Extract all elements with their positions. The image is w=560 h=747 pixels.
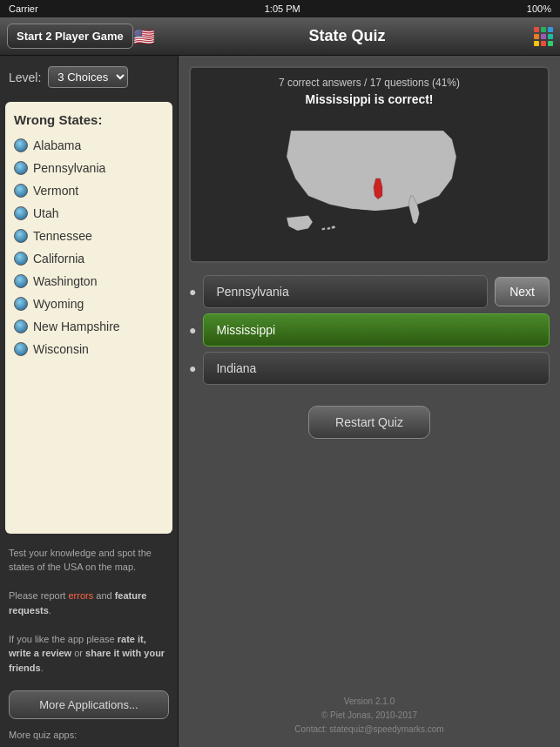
flag-icon: 🇺🇸: [133, 26, 155, 47]
correct-message: Mississippi is correct!: [199, 92, 539, 106]
wrong-states-title: Wrong States:: [5, 109, 172, 134]
choice-button-indiana[interactable]: Indiana: [203, 352, 550, 385]
info-p1: Test your knowledge and spot the states …: [9, 546, 169, 575]
wrong-state-item: Tennessee: [5, 225, 172, 247]
globe-icon: [14, 184, 28, 198]
globe-icon: [14, 206, 28, 220]
globe-icon: [14, 138, 28, 152]
globe-icon: [14, 297, 28, 311]
wrong-states-list: AlabamaPennsylvaniaVermontUtahTennesseeC…: [5, 134, 172, 360]
start-game-button[interactable]: Start 2 Player Game: [7, 24, 133, 49]
wrong-state-item: Utah: [5, 202, 172, 225]
left-panel: Level: 3 Choices 4 Choices 5 Choices Wro…: [0, 56, 179, 747]
globe-icon: [14, 252, 28, 266]
globe-icon: [14, 320, 28, 333]
globe-icon: [14, 342, 28, 356]
copyright-label: © Piet Jonas, 2010-2017: [294, 709, 443, 723]
more-apps-button[interactable]: More Applications...: [9, 690, 169, 719]
grid-cell-6: [534, 41, 539, 46]
app-header: Start 2 Player Game 🇺🇸 State Quiz: [0, 17, 560, 56]
carrier-label: Carrier: [9, 3, 38, 14]
wrong-state-label: Pennsylvania: [33, 161, 105, 175]
time-label: 1:05 PM: [265, 3, 300, 14]
version-label: Version 2.1.0: [294, 695, 443, 709]
next-button[interactable]: Next: [495, 277, 550, 306]
wrong-state-item: Wisconsin: [5, 338, 172, 360]
choice-button-pennsylvania[interactable]: Pennsylvania: [203, 275, 488, 308]
app-title: State Quiz: [160, 27, 534, 45]
wrong-state-label: Washington: [33, 274, 97, 288]
more-quiz-label: More quiz apps:: [0, 726, 178, 747]
globe-icon: [14, 161, 28, 175]
grid-cell-8: [548, 41, 553, 46]
choice-row-3: ● Indiana: [189, 352, 550, 385]
info-text: Test your knowledge and spot the states …: [0, 537, 178, 684]
wrong-state-item: New Hampshire: [5, 315, 172, 338]
wrong-state-label: New Hampshire: [33, 320, 120, 333]
right-panel: 7 correct answers / 17 questions (41%) M…: [179, 56, 560, 747]
choice-button-mississippi[interactable]: Mississippi: [203, 313, 550, 347]
choice-row-2: ● Mississippi: [189, 313, 550, 347]
wrong-state-label: California: [33, 252, 84, 266]
grid-cell-1: [541, 27, 546, 32]
version-info: Version 2.1.0 © Piet Jonas, 2010-2017 Co…: [294, 695, 443, 737]
errors-link[interactable]: errors: [68, 590, 93, 601]
grid-cell-5: [548, 34, 553, 39]
battery-label: 100%: [527, 3, 551, 14]
wrong-state-item: Alabama: [5, 134, 172, 157]
grid-cell-3: [534, 34, 539, 39]
choice-row-1: ● Pennsylvania Next: [189, 275, 550, 308]
grid-cell-0: [534, 27, 539, 32]
globe-icon: [14, 274, 28, 288]
info-p2: Please report errors and feature request…: [9, 589, 169, 617]
contact-label: Contact: statequiz@speedymarks.com: [294, 723, 443, 737]
wrong-states-section: Wrong States: AlabamaPennsylvaniaVermont…: [5, 102, 172, 534]
level-label: Level:: [9, 71, 41, 84]
wrong-state-label: Wyoming: [33, 297, 84, 311]
restart-button[interactable]: Restart Quiz: [308, 406, 430, 439]
usa-map-svg: [199, 113, 539, 244]
wrong-state-label: Utah: [33, 206, 59, 220]
bullet-2: ●: [189, 323, 196, 337]
wrong-state-item: Washington: [5, 270, 172, 293]
grid-cell-4: [541, 34, 546, 39]
level-control: Level: 3 Choices 4 Choices 5 Choices: [0, 56, 178, 98]
bullet-1: ●: [189, 285, 196, 299]
wrong-state-item: Wyoming: [5, 293, 172, 315]
bullet-3: ●: [189, 361, 196, 375]
map-stats: 7 correct answers / 17 questions (41%): [199, 77, 539, 89]
grid-cell-2: [548, 27, 553, 32]
wrong-state-item: California: [5, 247, 172, 270]
wrong-state-label: Vermont: [33, 184, 78, 198]
info-p3: If you like the app please rate it, writ…: [9, 632, 169, 676]
choices-container: ● Pennsylvania Next ● Mississippi ● Indi…: [189, 275, 550, 385]
globe-icon: [14, 229, 28, 243]
wrong-state-label: Tennessee: [33, 229, 92, 243]
main-layout: Level: 3 Choices 4 Choices 5 Choices Wro…: [0, 56, 560, 747]
status-bar: Carrier 1:05 PM 100%: [0, 0, 560, 17]
wrong-state-label: Wisconsin: [33, 342, 89, 356]
map-container: 7 correct answers / 17 questions (41%) M…: [189, 66, 550, 263]
wrong-state-item: Vermont: [5, 179, 172, 202]
grid-cell-7: [541, 41, 546, 46]
usa-map-container: [199, 113, 539, 252]
wrong-state-item: Pennsylvania: [5, 157, 172, 179]
wrong-state-label: Alabama: [33, 138, 81, 152]
level-select[interactable]: 3 Choices 4 Choices 5 Choices: [48, 66, 128, 88]
grid-icon[interactable]: [534, 27, 553, 46]
